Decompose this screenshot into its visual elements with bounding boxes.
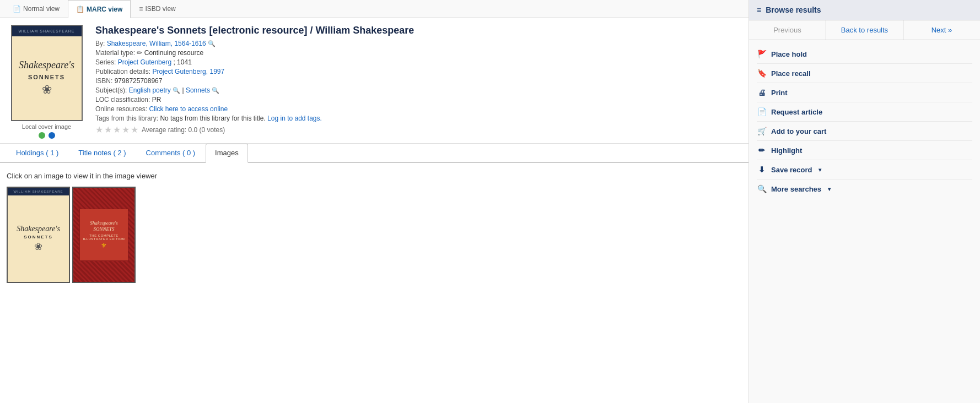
tags-text: No tags from this library for this title… [160,115,265,122]
star-1[interactable]: ★ [95,124,103,135]
doc-icon: 📄 [13,5,21,13]
save-record-dropdown-arrow: ▾ [819,167,821,173]
star-4[interactable]: ★ [122,124,130,135]
star-2[interactable]: ★ [104,124,112,135]
series-link[interactable]: Project Gutenberg [118,58,171,66]
request-article-action[interactable]: 📄 Request article [757,102,972,122]
login-to-add-tags[interactable]: Log in to add tags. [267,115,322,122]
isbn-line: ISBN: 9798725708967 [95,77,742,85]
more-searches-dropdown-arrow: ▾ [828,186,831,192]
image-thumbnail-1[interactable]: WILLIAM SHAKESPEARE Shakespeare's SONNET… [7,187,70,283]
book-cover-image[interactable]: WILLIAM SHAKESPEARE Shakespeare's SONNET… [11,25,83,121]
cover-label: Local cover image [7,123,87,130]
image-thumbnail-2[interactable]: Shakespeare'sSONNETS THE COMPLETEILLUSTR… [72,187,136,283]
add-to-cart-action[interactable]: 🛒 Add to your cart [757,122,972,141]
tab-title-notes[interactable]: Title notes ( 2 ) [69,144,135,162]
print-action[interactable]: 🖨 Print [757,83,972,102]
tab-content-images: Click on an image to view it in the imag… [0,163,749,292]
place-recall-action[interactable]: 🔖 Place recall [757,64,972,83]
series-line: Series: Project Gutenberg ; 1041 [95,58,742,66]
tab-normal-view[interactable]: 📄 Normal view [4,0,68,18]
dot-green [39,132,45,139]
isbn-value: 9798725708967 [115,77,163,85]
content-tabs-bar: Holdings ( 1 ) Title notes ( 2 ) Comment… [0,144,749,163]
dot-blue [49,132,55,139]
tab-isbd-view[interactable]: ≡ ISBD view [131,0,184,18]
tags-line: Tags from this library: No tags from thi… [95,115,742,122]
cover-dots [7,132,87,139]
view-tabs-bar: 📄 Normal view 📋 MARC view ≡ ISBD view [0,0,749,18]
online-access-link[interactable]: Click here to access online [149,105,228,113]
browse-results-title: Browse results [766,6,821,14]
table-icon: 📋 [76,6,84,13]
highlight-icon: ✏ [757,146,767,155]
material-type-line: Material type: ✏ Continuing resource [95,49,742,57]
more-searches-icon: 🔍 [757,184,767,193]
rating-area: ★ ★ ★ ★ ★ Average rating: 0.0 (0 votes) [95,124,742,135]
back-to-results-button[interactable]: Back to results [826,20,903,40]
tab-marc-view[interactable]: 📋 MARC view [68,0,131,18]
subject1-search-icon[interactable]: 🔍 [173,87,180,94]
author-search-icon[interactable]: 🔍 [208,40,216,47]
menu-icon: ≡ [757,6,761,14]
author-link[interactable]: Shakespeare, William, 1564-1616 [107,40,206,47]
images-row: WILLIAM SHAKESPEARE Shakespeare's SONNET… [7,187,742,283]
pencil-icon: ✏ [137,49,144,57]
sidebar: ≡ Browse results Previous Back to result… [749,0,980,403]
book-detail: WILLIAM SHAKESPEARE Shakespeare's SONNET… [0,18,749,144]
images-instruction: Click on an image to view it in the imag… [7,172,742,180]
subject2-search-icon[interactable]: 🔍 [212,87,219,94]
subjects-line: Subject(s): English poetry 🔍 | Sonnets 🔍 [95,86,742,94]
book-title: Shakespeare's Sonnets [electronic resour… [95,25,742,36]
tab-holdings[interactable]: Holdings ( 1 ) [7,144,68,162]
next-button[interactable]: Next » [903,20,980,40]
online-resources-line: Online resources: Click here to access o… [95,105,742,113]
cart-icon: 🛒 [757,127,767,135]
tab-comments[interactable]: Comments ( 0 ) [137,144,205,162]
sidebar-actions: 🚩 Place hold 🔖 Place recall 🖨 Print 📄 Re… [749,40,980,203]
star-5[interactable]: ★ [131,124,138,135]
print-icon: 🖨 [757,88,767,97]
previous-button[interactable]: Previous [749,20,826,40]
pub-details-line: Publication details: Project Gutenberg, … [95,68,742,75]
browse-navigation: Previous Back to results Next » [749,20,980,40]
tab-images[interactable]: Images [206,144,248,163]
star-3[interactable]: ★ [113,124,121,135]
pub-details-link[interactable]: Project Gutenberg, 1997 [152,68,224,75]
book-info: Shakespeare's Sonnets [electronic resour… [95,25,742,139]
rating-text: Average rating: 0.0 (0 votes) [142,126,225,134]
highlight-action[interactable]: ✏ Highlight [757,141,972,160]
sidebar-header: ≡ Browse results [749,0,980,20]
place-hold-action[interactable]: 🚩 Place hold [757,45,972,64]
download-icon: ⬇ [757,165,767,174]
flag-icon: 🚩 [757,50,767,58]
book-author-line: By: Shakespeare, William, 1564-1616 🔍 [95,40,742,47]
loc-value: PR [152,96,161,104]
lines-icon: ≡ [139,5,143,13]
subject-english-poetry[interactable]: English poetry [129,86,171,94]
save-record-action[interactable]: ⬇ Save record ▾ [757,160,972,179]
star-rating[interactable]: ★ ★ ★ ★ ★ [95,124,138,135]
article-icon: 📄 [757,107,767,116]
subject-sonnets[interactable]: Sonnets [186,86,210,94]
loc-line: LOC classification: PR [95,96,742,104]
bookmark-icon: 🔖 [757,69,767,78]
more-searches-action[interactable]: 🔍 More searches ▾ [757,179,972,198]
book-cover-area: WILLIAM SHAKESPEARE Shakespeare's SONNET… [7,25,87,139]
